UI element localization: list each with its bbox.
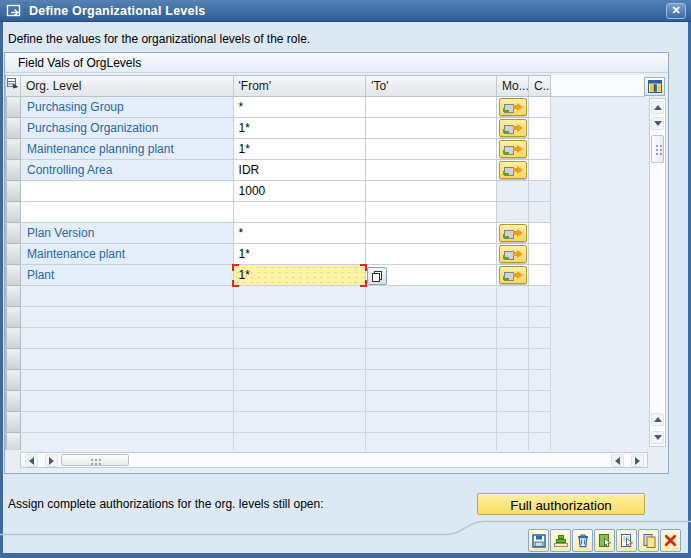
copy-icon: [641, 533, 657, 549]
from-cell[interactable]: 1*: [234, 118, 367, 139]
scroll-left-button-right[interactable]: [611, 454, 624, 467]
arrow-up-icon: [654, 105, 662, 110]
empty-table-row: [6, 391, 551, 412]
to-cell[interactable]: [366, 97, 497, 118]
row-selector[interactable]: [6, 160, 21, 181]
table-row: Plant 1*: [6, 265, 551, 286]
group-header: Field Vals of OrgLevels: [5, 53, 668, 73]
from-cell-selected[interactable]: 1*: [234, 265, 367, 286]
copy-cell: [529, 139, 551, 160]
from-cell[interactable]: 1*: [234, 139, 367, 160]
dialog-window-icon: [6, 3, 23, 18]
row-selector[interactable]: [6, 118, 21, 139]
arrow-up-icon: [654, 417, 662, 422]
from-cell[interactable]: 1*: [234, 244, 367, 265]
column-header-modify[interactable]: Mo...: [497, 76, 529, 97]
from-cell[interactable]: 1000: [234, 181, 367, 202]
select-all-button[interactable]: [6, 76, 21, 97]
scroll-right-button-left[interactable]: [45, 454, 58, 467]
row-selector: [6, 391, 21, 412]
from-cell[interactable]: IDR: [234, 160, 367, 181]
maintain-values-button[interactable]: [499, 245, 527, 263]
scroll-down-button-bottom[interactable]: [651, 431, 664, 444]
column-header-to[interactable]: 'To': [366, 76, 497, 97]
modify-cell: [497, 97, 529, 118]
maintain-values-button[interactable]: [499, 266, 527, 284]
from-cell[interactable]: *: [234, 97, 367, 118]
org-level-cell: Maintenance planning plant: [21, 139, 234, 160]
maintain-values-button[interactable]: [499, 140, 527, 158]
table-row: Plan Version *: [6, 223, 551, 244]
row-selector[interactable]: [6, 265, 21, 286]
org-level-cell: Purchasing Organization: [21, 118, 234, 139]
header-filler: [551, 75, 645, 97]
row-selector: [6, 286, 21, 307]
dialog-title: Define Organizational Levels: [29, 4, 205, 18]
window-frame-bottom: [0, 553, 691, 558]
column-header-org-level[interactable]: Org. Level: [21, 76, 234, 97]
row-selector[interactable]: [6, 139, 21, 160]
to-cell[interactable]: [366, 202, 497, 223]
org-level-cell: [21, 181, 234, 202]
to-cell[interactable]: [366, 160, 497, 181]
close-icon[interactable]: ✕: [666, 3, 686, 19]
row-selector[interactable]: [6, 244, 21, 265]
save-button[interactable]: [528, 529, 549, 552]
maintain-values-button[interactable]: [499, 161, 527, 179]
instruction-text: Define the values for the organizational…: [8, 32, 310, 46]
vertical-scroll-thumb[interactable]: [651, 135, 664, 163]
table-configuration-button[interactable]: [644, 77, 665, 96]
horizontal-scrollbar[interactable]: [20, 452, 648, 468]
org-level-cell: [21, 202, 234, 223]
row-selector: [6, 433, 21, 450]
table-row: [6, 202, 551, 223]
row-selector[interactable]: [6, 202, 21, 223]
column-header-copy[interactable]: C..: [529, 76, 551, 97]
table-row: Controlling Area IDR: [6, 160, 551, 181]
delete-button[interactable]: [572, 529, 593, 552]
row-selector[interactable]: [6, 97, 21, 118]
scroll-down-button[interactable]: [651, 117, 664, 130]
column-header-from[interactable]: 'From': [234, 76, 367, 97]
empty-table-row: [6, 286, 551, 307]
modify-cell: [497, 223, 529, 244]
vertical-scrollbar[interactable]: [649, 98, 666, 447]
group-title: Field Vals of OrgLevels: [18, 56, 141, 70]
titlebar[interactable]: Define Organizational Levels ✕: [0, 0, 691, 22]
modify-cell: [497, 202, 529, 223]
to-cell[interactable]: [366, 118, 497, 139]
copy-cell: [529, 118, 551, 139]
table-configuration-icon: [648, 80, 662, 93]
document-button[interactable]: [616, 529, 637, 552]
table-row: Purchasing Organization 1*: [6, 118, 551, 139]
to-cell[interactable]: [366, 223, 497, 244]
save-icon: [531, 533, 547, 549]
to-cell[interactable]: [366, 181, 497, 202]
arrow-right-icon: [49, 457, 54, 465]
scroll-right-button[interactable]: [631, 454, 644, 467]
from-cell[interactable]: [234, 202, 367, 223]
copy-button[interactable]: [638, 529, 659, 552]
scroll-left-button[interactable]: [25, 454, 38, 467]
cancel-button[interactable]: [660, 529, 681, 552]
maintain-values-button[interactable]: [499, 98, 527, 116]
row-selector[interactable]: [6, 223, 21, 244]
modify-cell: [497, 181, 529, 202]
to-cell[interactable]: [366, 244, 497, 265]
multiple-selection-icon: [371, 270, 383, 282]
maintain-values-button[interactable]: [499, 224, 527, 242]
from-cell[interactable]: *: [234, 223, 367, 244]
edit-document-button[interactable]: [594, 529, 615, 552]
hierarchy-button[interactable]: [550, 529, 571, 552]
scroll-up-button-bottom[interactable]: [651, 413, 664, 426]
row-selector[interactable]: [6, 181, 21, 202]
org-level-cell: Plan Version: [21, 223, 234, 244]
table-row: Purchasing Group *: [6, 97, 551, 118]
copy-cell: [529, 265, 551, 286]
horizontal-scroll-thumb[interactable]: [61, 454, 129, 466]
to-cell[interactable]: [366, 139, 497, 160]
multiple-selection-button[interactable]: [367, 267, 387, 285]
maintain-values-button[interactable]: [499, 119, 527, 137]
scroll-up-button[interactable]: [651, 101, 664, 114]
org-level-cell: Maintenance plant: [21, 244, 234, 265]
